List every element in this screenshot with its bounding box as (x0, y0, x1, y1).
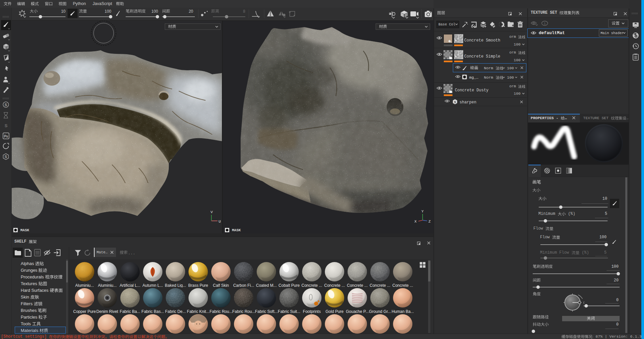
svg-text:Z: Z (428, 220, 431, 224)
svg-text:S: S (454, 100, 456, 104)
svg-text:X: X (414, 220, 417, 224)
svg-text:U: U (219, 220, 221, 224)
svg-text:S: S (5, 123, 8, 128)
svg-text:1: 1 (544, 22, 545, 25)
svg-text:V: V (211, 210, 213, 214)
svg-text:Y: Y (421, 209, 424, 214)
svg-text:S: S (5, 155, 7, 159)
svg-text:S: S (5, 103, 7, 107)
svg-text:Ps: Ps (4, 135, 8, 138)
